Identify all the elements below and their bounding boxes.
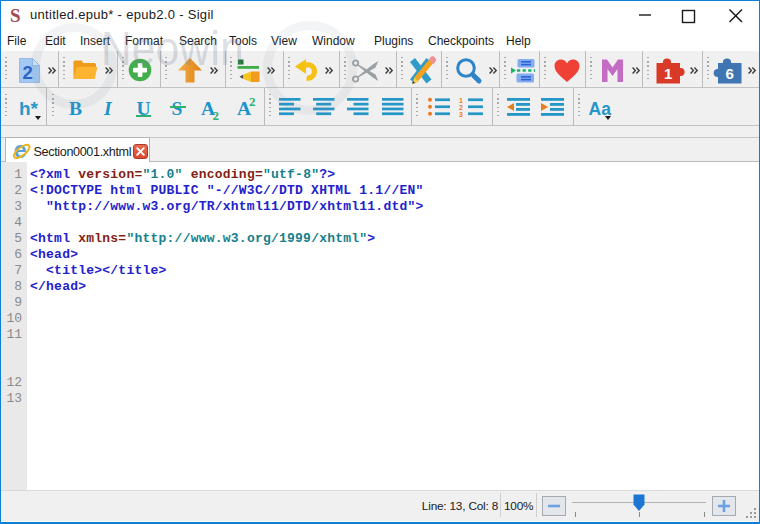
svg-text:2: 2: [23, 62, 33, 83]
svg-text:1: 1: [664, 65, 672, 82]
svg-text:3: 3: [459, 111, 463, 118]
svg-text:2: 2: [459, 104, 463, 111]
svg-text:1: 1: [459, 97, 463, 104]
svg-text:6: 6: [726, 65, 734, 82]
